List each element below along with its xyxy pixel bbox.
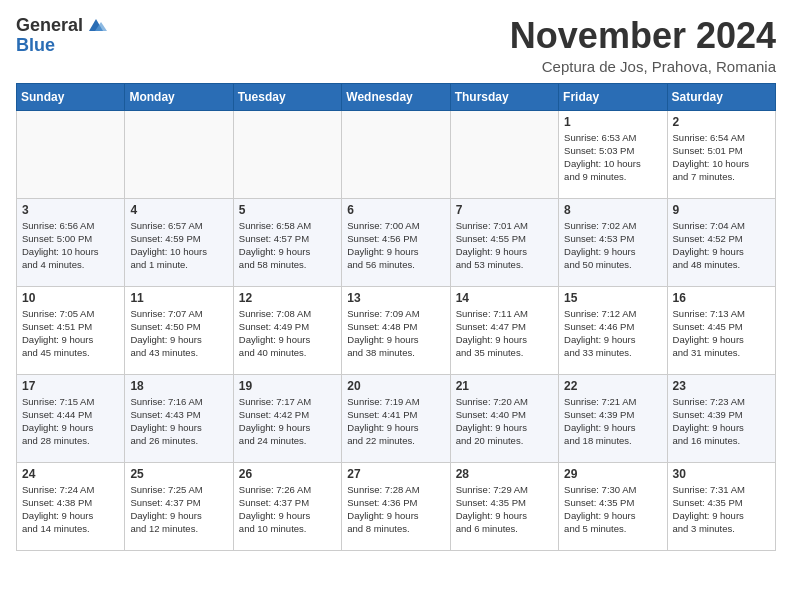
day-info: Sunrise: 6:53 AM Sunset: 5:03 PM Dayligh…	[564, 131, 661, 184]
weekday-header-sunday: Sunday	[17, 83, 125, 110]
day-number: 26	[239, 467, 336, 481]
day-number: 19	[239, 379, 336, 393]
day-info: Sunrise: 7:12 AM Sunset: 4:46 PM Dayligh…	[564, 307, 661, 360]
calendar-week-row: 10Sunrise: 7:05 AM Sunset: 4:51 PM Dayli…	[17, 286, 776, 374]
day-number: 23	[673, 379, 770, 393]
day-number: 12	[239, 291, 336, 305]
day-info: Sunrise: 7:01 AM Sunset: 4:55 PM Dayligh…	[456, 219, 553, 272]
calendar-cell: 29Sunrise: 7:30 AM Sunset: 4:35 PM Dayli…	[559, 462, 667, 550]
logo-blue-text: Blue	[16, 36, 55, 56]
calendar-cell: 4Sunrise: 6:57 AM Sunset: 4:59 PM Daylig…	[125, 198, 233, 286]
day-number: 9	[673, 203, 770, 217]
weekday-header-wednesday: Wednesday	[342, 83, 450, 110]
calendar-cell: 16Sunrise: 7:13 AM Sunset: 4:45 PM Dayli…	[667, 286, 775, 374]
day-number: 17	[22, 379, 119, 393]
day-number: 29	[564, 467, 661, 481]
calendar-cell: 5Sunrise: 6:58 AM Sunset: 4:57 PM Daylig…	[233, 198, 341, 286]
day-number: 13	[347, 291, 444, 305]
calendar-cell: 12Sunrise: 7:08 AM Sunset: 4:49 PM Dayli…	[233, 286, 341, 374]
calendar-cell	[125, 110, 233, 198]
day-info: Sunrise: 7:21 AM Sunset: 4:39 PM Dayligh…	[564, 395, 661, 448]
day-info: Sunrise: 7:28 AM Sunset: 4:36 PM Dayligh…	[347, 483, 444, 536]
day-info: Sunrise: 7:25 AM Sunset: 4:37 PM Dayligh…	[130, 483, 227, 536]
day-number: 8	[564, 203, 661, 217]
weekday-header-saturday: Saturday	[667, 83, 775, 110]
calendar-cell: 3Sunrise: 6:56 AM Sunset: 5:00 PM Daylig…	[17, 198, 125, 286]
day-number: 24	[22, 467, 119, 481]
day-number: 30	[673, 467, 770, 481]
day-info: Sunrise: 7:02 AM Sunset: 4:53 PM Dayligh…	[564, 219, 661, 272]
day-info: Sunrise: 7:24 AM Sunset: 4:38 PM Dayligh…	[22, 483, 119, 536]
calendar-cell: 15Sunrise: 7:12 AM Sunset: 4:46 PM Dayli…	[559, 286, 667, 374]
day-info: Sunrise: 7:04 AM Sunset: 4:52 PM Dayligh…	[673, 219, 770, 272]
calendar-cell: 21Sunrise: 7:20 AM Sunset: 4:40 PM Dayli…	[450, 374, 558, 462]
day-info: Sunrise: 7:00 AM Sunset: 4:56 PM Dayligh…	[347, 219, 444, 272]
day-number: 22	[564, 379, 661, 393]
weekday-header-monday: Monday	[125, 83, 233, 110]
day-number: 18	[130, 379, 227, 393]
calendar-cell: 13Sunrise: 7:09 AM Sunset: 4:48 PM Dayli…	[342, 286, 450, 374]
day-number: 11	[130, 291, 227, 305]
calendar-cell: 27Sunrise: 7:28 AM Sunset: 4:36 PM Dayli…	[342, 462, 450, 550]
page-header: General Blue November 2024 Ceptura de Jo…	[16, 16, 776, 75]
title-block: November 2024 Ceptura de Jos, Prahova, R…	[510, 16, 776, 75]
calendar-week-row: 1Sunrise: 6:53 AM Sunset: 5:03 PM Daylig…	[17, 110, 776, 198]
calendar-cell: 22Sunrise: 7:21 AM Sunset: 4:39 PM Dayli…	[559, 374, 667, 462]
calendar-cell: 1Sunrise: 6:53 AM Sunset: 5:03 PM Daylig…	[559, 110, 667, 198]
day-info: Sunrise: 7:17 AM Sunset: 4:42 PM Dayligh…	[239, 395, 336, 448]
calendar-cell: 17Sunrise: 7:15 AM Sunset: 4:44 PM Dayli…	[17, 374, 125, 462]
day-number: 3	[22, 203, 119, 217]
day-number: 1	[564, 115, 661, 129]
day-number: 20	[347, 379, 444, 393]
day-info: Sunrise: 6:57 AM Sunset: 4:59 PM Dayligh…	[130, 219, 227, 272]
calendar-cell: 19Sunrise: 7:17 AM Sunset: 4:42 PM Dayli…	[233, 374, 341, 462]
day-info: Sunrise: 7:15 AM Sunset: 4:44 PM Dayligh…	[22, 395, 119, 448]
day-number: 21	[456, 379, 553, 393]
day-number: 7	[456, 203, 553, 217]
calendar-cell: 14Sunrise: 7:11 AM Sunset: 4:47 PM Dayli…	[450, 286, 558, 374]
calendar-cell: 20Sunrise: 7:19 AM Sunset: 4:41 PM Dayli…	[342, 374, 450, 462]
day-info: Sunrise: 7:09 AM Sunset: 4:48 PM Dayligh…	[347, 307, 444, 360]
day-number: 10	[22, 291, 119, 305]
day-info: Sunrise: 7:29 AM Sunset: 4:35 PM Dayligh…	[456, 483, 553, 536]
day-info: Sunrise: 7:19 AM Sunset: 4:41 PM Dayligh…	[347, 395, 444, 448]
calendar-cell: 2Sunrise: 6:54 AM Sunset: 5:01 PM Daylig…	[667, 110, 775, 198]
calendar-cell: 9Sunrise: 7:04 AM Sunset: 4:52 PM Daylig…	[667, 198, 775, 286]
day-number: 4	[130, 203, 227, 217]
day-info: Sunrise: 7:30 AM Sunset: 4:35 PM Dayligh…	[564, 483, 661, 536]
calendar-cell	[233, 110, 341, 198]
day-info: Sunrise: 7:13 AM Sunset: 4:45 PM Dayligh…	[673, 307, 770, 360]
calendar-week-row: 24Sunrise: 7:24 AM Sunset: 4:38 PM Dayli…	[17, 462, 776, 550]
calendar-week-row: 3Sunrise: 6:56 AM Sunset: 5:00 PM Daylig…	[17, 198, 776, 286]
logo-icon	[85, 17, 107, 35]
calendar-cell	[450, 110, 558, 198]
day-info: Sunrise: 7:05 AM Sunset: 4:51 PM Dayligh…	[22, 307, 119, 360]
calendar-cell: 11Sunrise: 7:07 AM Sunset: 4:50 PM Dayli…	[125, 286, 233, 374]
logo: General Blue	[16, 16, 107, 56]
calendar-cell: 23Sunrise: 7:23 AM Sunset: 4:39 PM Dayli…	[667, 374, 775, 462]
day-number: 14	[456, 291, 553, 305]
weekday-header-thursday: Thursday	[450, 83, 558, 110]
calendar-cell: 18Sunrise: 7:16 AM Sunset: 4:43 PM Dayli…	[125, 374, 233, 462]
calendar-cell: 7Sunrise: 7:01 AM Sunset: 4:55 PM Daylig…	[450, 198, 558, 286]
day-number: 27	[347, 467, 444, 481]
calendar-cell	[17, 110, 125, 198]
month-title: November 2024	[510, 16, 776, 56]
day-info: Sunrise: 6:54 AM Sunset: 5:01 PM Dayligh…	[673, 131, 770, 184]
day-number: 28	[456, 467, 553, 481]
weekday-header-tuesday: Tuesday	[233, 83, 341, 110]
calendar-cell: 8Sunrise: 7:02 AM Sunset: 4:53 PM Daylig…	[559, 198, 667, 286]
calendar-week-row: 17Sunrise: 7:15 AM Sunset: 4:44 PM Dayli…	[17, 374, 776, 462]
calendar-cell: 26Sunrise: 7:26 AM Sunset: 4:37 PM Dayli…	[233, 462, 341, 550]
calendar-cell: 30Sunrise: 7:31 AM Sunset: 4:35 PM Dayli…	[667, 462, 775, 550]
calendar-cell: 6Sunrise: 7:00 AM Sunset: 4:56 PM Daylig…	[342, 198, 450, 286]
logo-general-text: General	[16, 16, 83, 36]
day-info: Sunrise: 7:16 AM Sunset: 4:43 PM Dayligh…	[130, 395, 227, 448]
calendar-cell: 10Sunrise: 7:05 AM Sunset: 4:51 PM Dayli…	[17, 286, 125, 374]
day-info: Sunrise: 6:56 AM Sunset: 5:00 PM Dayligh…	[22, 219, 119, 272]
day-info: Sunrise: 7:11 AM Sunset: 4:47 PM Dayligh…	[456, 307, 553, 360]
day-number: 2	[673, 115, 770, 129]
day-number: 5	[239, 203, 336, 217]
day-number: 15	[564, 291, 661, 305]
weekday-header-friday: Friday	[559, 83, 667, 110]
